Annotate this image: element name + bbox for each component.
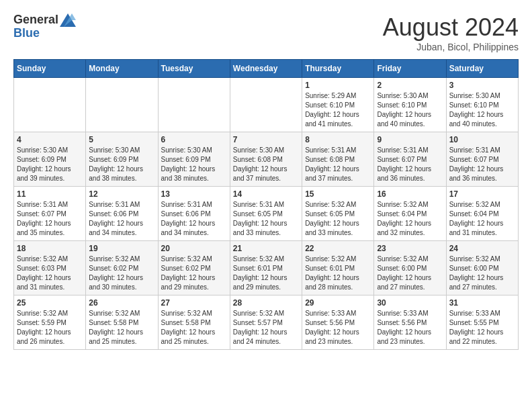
day-info: Sunrise: 5:32 AM Sunset: 6:02 PM Dayligh… <box>161 255 227 292</box>
calendar-cell: 18Sunrise: 5:32 AM Sunset: 6:03 PM Dayli… <box>14 241 86 295</box>
calendar-cell: 3Sunrise: 5:30 AM Sunset: 6:10 PM Daylig… <box>446 78 518 132</box>
calendar-cell: 23Sunrise: 5:32 AM Sunset: 6:00 PM Dayli… <box>374 241 446 295</box>
calendar-cell <box>158 78 230 132</box>
weekday-header-friday: Friday <box>374 60 446 78</box>
day-info: Sunrise: 5:32 AM Sunset: 6:03 PM Dayligh… <box>17 255 83 292</box>
day-info: Sunrise: 5:32 AM Sunset: 6:04 PM Dayligh… <box>377 200 443 238</box>
week-row-4: 18Sunrise: 5:32 AM Sunset: 6:03 PM Dayli… <box>14 241 519 295</box>
day-number: 22 <box>305 244 371 253</box>
day-number: 7 <box>233 135 299 144</box>
day-number: 26 <box>89 298 154 308</box>
calendar-cell: 31Sunrise: 5:33 AM Sunset: 5:55 PM Dayli… <box>446 295 518 350</box>
day-info: Sunrise: 5:31 AM Sunset: 6:07 PM Dayligh… <box>377 146 443 183</box>
calendar-cell: 16Sunrise: 5:32 AM Sunset: 6:04 PM Dayli… <box>374 187 446 241</box>
calendar-cell: 5Sunrise: 5:30 AM Sunset: 6:09 PM Daylig… <box>86 132 158 187</box>
day-info: Sunrise: 5:31 AM Sunset: 6:06 PM Dayligh… <box>89 200 154 238</box>
calendar-cell: 1Sunrise: 5:29 AM Sunset: 6:10 PM Daylig… <box>302 78 374 132</box>
week-row-5: 25Sunrise: 5:32 AM Sunset: 5:59 PM Dayli… <box>14 295 519 350</box>
calendar-cell: 28Sunrise: 5:32 AM Sunset: 5:57 PM Dayli… <box>230 295 302 350</box>
weekday-header-monday: Monday <box>86 60 158 78</box>
day-info: Sunrise: 5:32 AM Sunset: 6:05 PM Dayligh… <box>305 200 371 238</box>
day-number: 2 <box>377 81 443 90</box>
title-section: August 2024 Juban, Bicol, Philippines <box>383 13 519 52</box>
day-number: 3 <box>449 81 515 90</box>
calendar-cell: 9Sunrise: 5:31 AM Sunset: 6:07 PM Daylig… <box>374 132 446 187</box>
day-info: Sunrise: 5:32 AM Sunset: 5:58 PM Dayligh… <box>161 309 227 347</box>
day-number: 17 <box>449 189 515 199</box>
calendar-cell <box>86 78 158 132</box>
day-number: 23 <box>377 244 443 253</box>
day-info: Sunrise: 5:33 AM Sunset: 5:55 PM Dayligh… <box>449 309 515 347</box>
calendar-cell: 19Sunrise: 5:32 AM Sunset: 6:02 PM Dayli… <box>86 241 158 295</box>
day-info: Sunrise: 5:32 AM Sunset: 6:00 PM Dayligh… <box>377 255 443 292</box>
day-info: Sunrise: 5:32 AM Sunset: 6:00 PM Dayligh… <box>449 255 515 292</box>
day-info: Sunrise: 5:33 AM Sunset: 5:56 PM Dayligh… <box>377 309 443 347</box>
logo-blue-text: Blue <box>13 27 76 40</box>
weekday-header-thursday: Thursday <box>302 60 374 78</box>
calendar-cell: 21Sunrise: 5:32 AM Sunset: 6:01 PM Dayli… <box>230 241 302 295</box>
weekday-header-saturday: Saturday <box>446 60 518 78</box>
day-number: 4 <box>17 135 83 144</box>
day-info: Sunrise: 5:30 AM Sunset: 6:09 PM Dayligh… <box>161 146 227 183</box>
calendar-cell: 26Sunrise: 5:32 AM Sunset: 5:58 PM Dayli… <box>86 295 158 350</box>
calendar-cell: 4Sunrise: 5:30 AM Sunset: 6:09 PM Daylig… <box>14 132 86 187</box>
calendar-cell: 10Sunrise: 5:31 AM Sunset: 6:07 PM Dayli… <box>446 132 518 187</box>
day-number: 30 <box>377 298 443 308</box>
calendar-cell: 27Sunrise: 5:32 AM Sunset: 5:58 PM Dayli… <box>158 295 230 350</box>
weekday-header-tuesday: Tuesday <box>158 60 230 78</box>
day-info: Sunrise: 5:31 AM Sunset: 6:07 PM Dayligh… <box>17 200 83 238</box>
day-number: 27 <box>161 298 227 308</box>
calendar-cell: 7Sunrise: 5:30 AM Sunset: 6:08 PM Daylig… <box>230 132 302 187</box>
day-info: Sunrise: 5:32 AM Sunset: 6:01 PM Dayligh… <box>233 255 299 292</box>
day-number: 20 <box>161 244 227 253</box>
weekday-header-row: SundayMondayTuesdayWednesdayThursdayFrid… <box>14 60 519 78</box>
logo: General Blue <box>13 13 76 40</box>
calendar-cell: 17Sunrise: 5:32 AM Sunset: 6:04 PM Dayli… <box>446 187 518 241</box>
day-info: Sunrise: 5:32 AM Sunset: 5:59 PM Dayligh… <box>17 309 83 347</box>
day-number: 29 <box>305 298 371 308</box>
calendar-cell: 11Sunrise: 5:31 AM Sunset: 6:07 PM Dayli… <box>14 187 86 241</box>
page-header: General Blue August 2024 Juban, Bicol, P… <box>13 13 519 52</box>
calendar-cell: 12Sunrise: 5:31 AM Sunset: 6:06 PM Dayli… <box>86 187 158 241</box>
day-info: Sunrise: 5:30 AM Sunset: 6:09 PM Dayligh… <box>17 146 83 183</box>
day-info: Sunrise: 5:33 AM Sunset: 5:56 PM Dayligh… <box>305 309 371 347</box>
day-number: 8 <box>305 135 371 144</box>
calendar-cell <box>14 78 86 132</box>
day-info: Sunrise: 5:32 AM Sunset: 5:57 PM Dayligh… <box>233 309 299 347</box>
day-number: 1 <box>305 81 371 90</box>
day-number: 13 <box>161 189 227 199</box>
day-info: Sunrise: 5:31 AM Sunset: 6:07 PM Dayligh… <box>449 146 515 183</box>
day-number: 14 <box>233 189 299 199</box>
location-subtitle: Juban, Bicol, Philippines <box>383 42 519 52</box>
day-info: Sunrise: 5:30 AM Sunset: 6:09 PM Dayligh… <box>89 146 154 183</box>
calendar-cell: 13Sunrise: 5:31 AM Sunset: 6:06 PM Dayli… <box>158 187 230 241</box>
calendar-cell: 30Sunrise: 5:33 AM Sunset: 5:56 PM Dayli… <box>374 295 446 350</box>
day-info: Sunrise: 5:30 AM Sunset: 6:08 PM Dayligh… <box>233 146 299 183</box>
logo-icon <box>60 13 76 27</box>
day-number: 9 <box>377 135 443 144</box>
day-number: 11 <box>17 189 83 199</box>
calendar-cell: 8Sunrise: 5:31 AM Sunset: 6:08 PM Daylig… <box>302 132 374 187</box>
month-year-title: August 2024 <box>383 13 519 42</box>
week-row-1: 1Sunrise: 5:29 AM Sunset: 6:10 PM Daylig… <box>14 78 519 132</box>
day-info: Sunrise: 5:32 AM Sunset: 6:01 PM Dayligh… <box>305 255 371 292</box>
day-number: 12 <box>89 189 154 199</box>
day-number: 15 <box>305 189 371 199</box>
day-number: 31 <box>449 298 515 308</box>
week-row-2: 4Sunrise: 5:30 AM Sunset: 6:09 PM Daylig… <box>14 132 519 187</box>
day-info: Sunrise: 5:29 AM Sunset: 6:10 PM Dayligh… <box>305 91 371 129</box>
weekday-header-wednesday: Wednesday <box>230 60 302 78</box>
day-number: 24 <box>449 244 515 253</box>
calendar-cell: 15Sunrise: 5:32 AM Sunset: 6:05 PM Dayli… <box>302 187 374 241</box>
day-number: 25 <box>17 298 83 308</box>
day-info: Sunrise: 5:30 AM Sunset: 6:10 PM Dayligh… <box>449 91 515 129</box>
calendar-table: SundayMondayTuesdayWednesdayThursdayFrid… <box>13 59 519 350</box>
day-info: Sunrise: 5:31 AM Sunset: 6:06 PM Dayligh… <box>161 200 227 238</box>
day-info: Sunrise: 5:32 AM Sunset: 6:02 PM Dayligh… <box>89 255 154 292</box>
calendar-cell <box>230 78 302 132</box>
calendar-cell: 20Sunrise: 5:32 AM Sunset: 6:02 PM Dayli… <box>158 241 230 295</box>
calendar-cell: 24Sunrise: 5:32 AM Sunset: 6:00 PM Dayli… <box>446 241 518 295</box>
day-number: 21 <box>233 244 299 253</box>
day-info: Sunrise: 5:31 AM Sunset: 6:05 PM Dayligh… <box>233 200 299 238</box>
day-number: 5 <box>89 135 154 144</box>
